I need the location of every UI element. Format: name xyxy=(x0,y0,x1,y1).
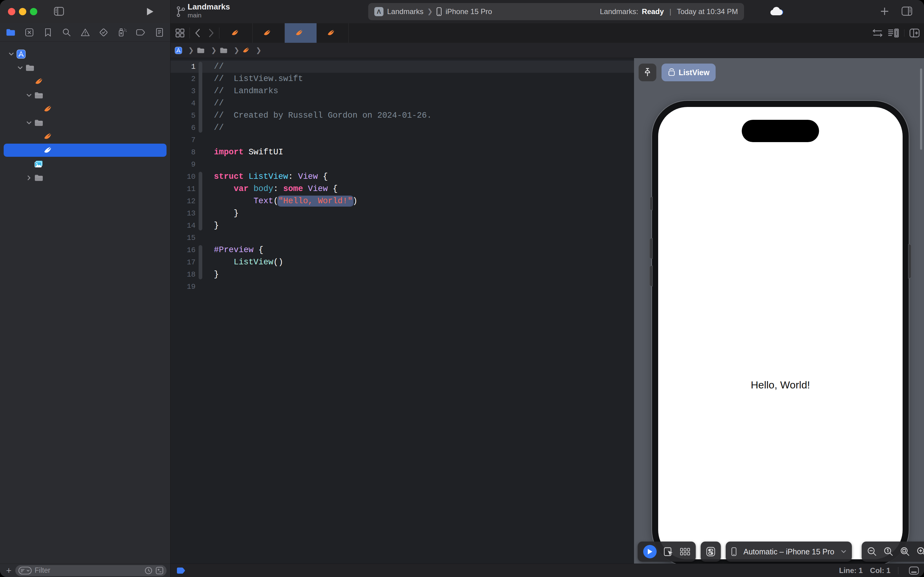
chevron-down-icon[interactable] xyxy=(26,121,32,125)
code-line-8[interactable]: 8import SwiftUI xyxy=(171,146,634,158)
line-number[interactable]: 15 xyxy=(171,234,196,242)
add-tab-plus-icon[interactable] xyxy=(880,7,889,16)
disclosure-chevron[interactable] xyxy=(24,175,34,181)
tree-item-model[interactable] xyxy=(0,88,170,102)
tests-navigator-icon[interactable] xyxy=(98,27,109,38)
line-number[interactable]: 18 xyxy=(171,271,196,279)
tree-item-listview[interactable] xyxy=(0,143,170,157)
code-line-15[interactable]: 15 xyxy=(171,232,634,244)
device-settings-button[interactable] xyxy=(706,547,715,556)
disclosure-chevron[interactable] xyxy=(24,121,34,125)
debug-navigator-icon[interactable] xyxy=(117,27,127,38)
close-window-button[interactable] xyxy=(8,8,15,15)
code-line-16[interactable]: 16#Preview { xyxy=(171,244,634,256)
pin-preview-button[interactable] xyxy=(639,64,656,81)
code-line-9[interactable]: 9 xyxy=(171,158,634,171)
inspector-toggle-icon[interactable] xyxy=(901,6,913,16)
adjust-editor-options-icon[interactable] xyxy=(888,28,899,38)
preview-tab-listview[interactable]: ListView xyxy=(662,64,716,81)
line-number[interactable]: 8 xyxy=(171,148,196,156)
line-number[interactable]: 1 xyxy=(171,63,196,71)
scheme-project-label[interactable]: Landmarks xyxy=(387,7,423,16)
line-number[interactable]: 2 xyxy=(171,75,196,83)
disclosure-chevron[interactable] xyxy=(16,66,25,70)
zoom-to-fit-icon[interactable] xyxy=(900,547,910,556)
tree-item-landmark[interactable] xyxy=(0,102,170,116)
recents-clock-icon[interactable] xyxy=(145,567,153,575)
code-line-11[interactable]: 11 var body: some View { xyxy=(171,183,634,195)
chevron-down-icon[interactable] xyxy=(18,66,23,70)
fold-ribbon[interactable] xyxy=(199,172,202,230)
code-line-6[interactable]: 6// xyxy=(171,122,634,134)
code-line-17[interactable]: 17 ListView() xyxy=(171,256,634,268)
line-number[interactable]: 19 xyxy=(171,283,196,291)
source-control-navigator-icon[interactable] xyxy=(24,27,35,38)
line-number[interactable]: 14 xyxy=(171,222,196,230)
line-number[interactable]: 12 xyxy=(171,197,196,205)
run-button[interactable] xyxy=(146,7,154,16)
code-review-icon[interactable] xyxy=(872,29,883,37)
line-number[interactable]: 7 xyxy=(171,136,196,144)
code-line-5[interactable]: 5// Created by Russell Gordon on 2024-01… xyxy=(171,110,634,122)
tree-item-views[interactable] xyxy=(0,116,170,130)
line-number[interactable]: 5 xyxy=(171,111,196,120)
zoom-actual-size-icon[interactable] xyxy=(884,547,893,556)
code-line-12[interactable]: 12 Text("Hello, World!") xyxy=(171,195,634,207)
source-editor[interactable]: 1//2// ListView.swift3// Landmarks4//5//… xyxy=(171,58,634,564)
tab-listview[interactable] xyxy=(285,23,317,43)
line-number[interactable]: 6 xyxy=(171,124,196,132)
issues-navigator-icon[interactable] xyxy=(80,27,90,38)
minimize-window-button[interactable] xyxy=(19,8,26,15)
line-number[interactable]: 16 xyxy=(171,246,196,254)
line-number[interactable]: 3 xyxy=(171,87,196,95)
disclosure-chevron[interactable] xyxy=(7,52,16,56)
tab-landmark[interactable] xyxy=(317,23,349,43)
find-navigator-icon[interactable] xyxy=(61,27,72,38)
breakpoints-navigator-icon[interactable] xyxy=(136,27,146,38)
go-back-icon[interactable] xyxy=(191,23,204,43)
tab-landmarksapp[interactable] xyxy=(221,23,253,43)
fold-ribbon[interactable] xyxy=(199,62,202,133)
sidebar-left-icon[interactable] xyxy=(54,7,64,16)
live-preview-button[interactable] xyxy=(643,545,657,558)
reports-navigator-icon[interactable] xyxy=(154,27,165,38)
filter-field[interactable]: Filter xyxy=(15,565,167,576)
code-line-2[interactable]: 2// ListView.swift xyxy=(171,73,634,85)
chevron-down-icon[interactable] xyxy=(26,93,32,97)
chevron-right-icon[interactable] xyxy=(27,175,31,181)
tree-item-preview-content[interactable] xyxy=(0,171,170,185)
add-editor-split-icon[interactable] xyxy=(910,28,920,38)
code-line-19[interactable]: 19 xyxy=(171,280,634,293)
code-line-10[interactable]: 10struct ListView: View { xyxy=(171,171,634,183)
breadcrumb-item-listview[interactable] xyxy=(242,47,253,54)
line-number[interactable]: 13 xyxy=(171,210,196,218)
variants-mode-button[interactable] xyxy=(680,548,690,556)
code-line-14[interactable]: 14} xyxy=(171,219,634,232)
fold-ribbon[interactable] xyxy=(199,245,202,279)
code-line-4[interactable]: 4// xyxy=(171,97,634,110)
zoom-out-icon[interactable] xyxy=(867,547,877,556)
add-file-button[interactable]: + xyxy=(6,566,11,575)
disclosure-chevron[interactable] xyxy=(24,93,34,97)
breadcrumb-item-views[interactable] xyxy=(220,47,231,55)
tree-item-assets[interactable] xyxy=(0,157,170,171)
scheme-selector[interactable]: Λ Landmarks ❯ iPhone 15 Pro xyxy=(374,7,492,16)
project-navigator-icon[interactable] xyxy=(5,27,16,38)
code-line-1[interactable]: 1// xyxy=(171,61,634,73)
breadcrumb-item-landmarks[interactable] xyxy=(175,47,185,54)
tree-item-landmarksapp[interactable] xyxy=(0,74,170,88)
line-number[interactable]: 11 xyxy=(171,185,196,193)
code-line-13[interactable]: 13 } xyxy=(171,207,634,219)
code-line-3[interactable]: 3// Landmarks xyxy=(171,85,634,97)
line-number[interactable]: 4 xyxy=(171,99,196,108)
bottom-bar-toggle-icon[interactable] xyxy=(909,566,919,575)
tree-item-landmarks[interactable] xyxy=(0,47,170,61)
flagged-filter-icon[interactable] xyxy=(156,567,163,575)
canvas-scrollbar[interactable] xyxy=(920,68,922,150)
breakpoints-indicator[interactable] xyxy=(177,567,186,574)
code-line-18[interactable]: 18} xyxy=(171,268,634,280)
zoom-in-icon[interactable] xyxy=(917,547,924,556)
bookmarks-navigator-icon[interactable] xyxy=(43,27,53,38)
line-number[interactable]: 9 xyxy=(171,160,196,169)
code-line-7[interactable]: 7 xyxy=(171,134,634,146)
